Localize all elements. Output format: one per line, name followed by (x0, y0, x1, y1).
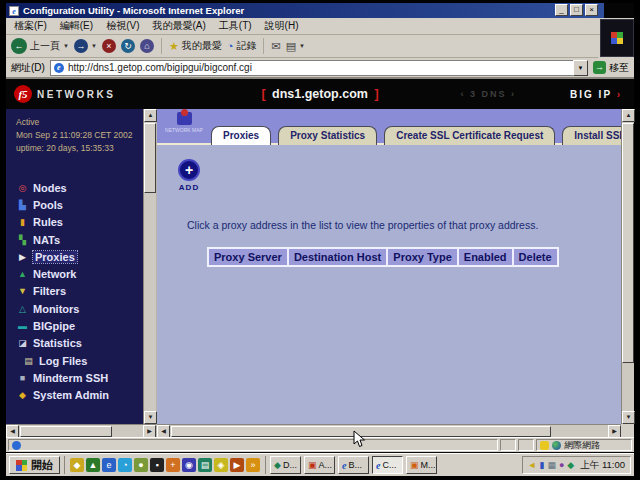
sidebar-frame: Active Mon Sep 2 11:09:28 CET 2002 uptim… (6, 109, 156, 437)
windows-flag-icon (611, 32, 623, 44)
scroll-thumb[interactable] (144, 123, 156, 193)
menu-help[interactable]: 說明(H) (265, 19, 299, 33)
quicklaunch-icon[interactable]: e (102, 458, 116, 472)
favorites-button[interactable]: ★ 我的最愛 (169, 39, 222, 53)
quicklaunch-icon[interactable]: ▶ (230, 458, 244, 472)
sidebar-item-nodes[interactable]: ◎Nodes (16, 179, 142, 196)
sidebar-item-log-files[interactable]: ▤Log Files (16, 352, 142, 369)
scroll-right-arrow[interactable]: ▶ (608, 425, 621, 438)
main-horizontal-scrollbar[interactable]: ◀ ▶ (157, 424, 621, 437)
menu-tools[interactable]: 工具(T) (219, 19, 252, 33)
sidebar-item-mindterm-ssh[interactable]: ■Mindterm SSH (16, 369, 142, 386)
sidebar-item-nats[interactable]: ▚NATs (16, 231, 142, 248)
menu-view[interactable]: 檢視(V) (106, 19, 139, 33)
quicklaunch-icon[interactable]: » (246, 458, 260, 472)
go-icon: → (593, 61, 606, 74)
scroll-up-arrow[interactable]: ▲ (144, 109, 157, 122)
quicklaunch-icon[interactable]: ◉ (182, 458, 196, 472)
tab-proxies[interactable]: Proxies (211, 126, 271, 145)
address-input[interactable]: e http://dns1.getop.com/bigipgui/bigconf… (50, 60, 587, 76)
sidebar-item-statistics[interactable]: ◪Statistics (16, 335, 142, 352)
task-button-area: ◆D... ▣A... eB... eC... ▣M... (270, 456, 518, 474)
task-button[interactable]: ◆D... (270, 456, 301, 474)
banner-product-name: BIG IP (570, 89, 612, 100)
add-proxy-button[interactable]: + ADD (169, 159, 209, 192)
task-button[interactable]: eB... (338, 456, 369, 474)
tray-volume-icon[interactable]: ◄ (528, 461, 537, 470)
quicklaunch-icon[interactable]: ▲ (86, 458, 100, 472)
address-dropdown-button[interactable]: ▼ (573, 60, 588, 76)
home-button[interactable]: ⌂ (140, 39, 154, 53)
quicklaunch-icon[interactable]: ▪ (150, 458, 164, 472)
forward-dropdown-icon[interactable]: ▼ (91, 43, 97, 49)
print-dropdown-icon[interactable]: ▼ (299, 43, 305, 49)
quicklaunch-icon[interactable]: ▤ (198, 458, 212, 472)
scroll-up-arrow[interactable]: ▲ (622, 109, 635, 122)
back-dropdown-icon[interactable]: ▼ (63, 43, 69, 49)
column-header-enabled[interactable]: Enabled (459, 249, 512, 265)
maximize-button[interactable]: □ (570, 4, 583, 16)
quicklaunch-icon[interactable]: + (166, 458, 180, 472)
quicklaunch-icon[interactable]: ◈ (214, 458, 228, 472)
scroll-thumb[interactable] (622, 123, 634, 363)
task-button-active[interactable]: eC... (372, 456, 403, 474)
quicklaunch-icon[interactable]: ◔ (118, 458, 132, 472)
print-button[interactable]: ▤ ▼ (286, 40, 305, 53)
column-header-destination-host[interactable]: Destination Host (289, 249, 386, 265)
f5-brand-text: NETWORKS (37, 89, 115, 100)
scroll-left-arrow[interactable]: ◀ (6, 425, 19, 438)
sidebar-vertical-scrollbar[interactable]: ▲ ▼ (143, 109, 156, 424)
scroll-down-arrow[interactable]: ▼ (622, 411, 635, 424)
quicklaunch-icon[interactable]: ◆ (70, 458, 84, 472)
tray-antivirus-icon[interactable]: ◆ (567, 461, 574, 470)
tray-network-icon[interactable]: ▮ (539, 461, 544, 470)
start-button[interactable]: 開始 (9, 456, 60, 474)
network-map-button[interactable]: NETWORK MAP (162, 112, 206, 133)
column-header-proxy-server[interactable]: Proxy Server (209, 249, 287, 265)
tab-create-ssl-certificate-request[interactable]: Create SSL Certificate Request (384, 126, 555, 145)
sidebar-item-proxies[interactable]: ▶Proxies (16, 248, 142, 265)
column-header-delete[interactable]: Delete (514, 249, 557, 265)
tray-scheduler-icon[interactable]: ● (559, 461, 564, 470)
task-button[interactable]: ▣A... (304, 456, 335, 474)
zone-label: 網際網路 (564, 439, 600, 452)
close-button[interactable]: × (585, 4, 598, 16)
refresh-button[interactable]: ↻ (121, 39, 135, 53)
back-button[interactable]: ← 上一頁 ▼ (11, 38, 69, 54)
tray-display-icon[interactable]: ▦ (547, 461, 556, 470)
sidebar-item-pools[interactable]: ▙Pools (16, 196, 142, 213)
scroll-thumb[interactable] (20, 426, 112, 437)
menu-favorites[interactable]: 我的最愛(A) (152, 19, 205, 33)
security-zone-pane: 網際網路 (536, 439, 632, 451)
go-button[interactable]: → 移至 (593, 61, 629, 75)
sidebar-item-monitors[interactable]: △Monitors (16, 300, 142, 317)
sidebar-item-system-admin[interactable]: ◆System Admin (16, 387, 142, 404)
print-icon: ▤ (286, 40, 296, 53)
sidebar-item-network[interactable]: ▲Network (16, 265, 142, 282)
quicklaunch-icon[interactable]: ● (134, 458, 148, 472)
minimize-button[interactable]: _ (555, 4, 568, 16)
sidebar-item-bigpipe[interactable]: ▬BIGpipe (16, 317, 142, 334)
menu-file[interactable]: 檔案(F) (14, 19, 47, 33)
column-header-proxy-type[interactable]: Proxy Type (388, 249, 457, 265)
status-message-pane (8, 439, 498, 451)
sidebar-item-filters[interactable]: ▼Filters (16, 283, 142, 300)
capture-black-corner (604, 3, 634, 18)
task-button[interactable]: ▣M... (406, 456, 437, 474)
sidebar-horizontal-scrollbar[interactable]: ◀ ▶ (6, 424, 156, 437)
menu-edit[interactable]: 編輯(E) (60, 19, 93, 33)
stop-button[interactable]: × (102, 39, 116, 53)
scroll-down-arrow[interactable]: ▼ (144, 411, 157, 424)
forward-button[interactable]: → ▼ (74, 39, 97, 53)
main-vertical-scrollbar[interactable]: ▲ ▼ (621, 109, 634, 424)
banner-hostname-wrap: [ dns1.getop.com ] (261, 87, 378, 101)
mindterm-ssh-icon: ■ (16, 373, 29, 383)
sidebar-item-rules[interactable]: ▮Rules (16, 214, 142, 231)
tab-proxy-statistics[interactable]: Proxy Statistics (278, 126, 377, 145)
system-admin-icon: ◆ (16, 390, 29, 400)
mail-button[interactable]: ✉ (271, 40, 280, 53)
scroll-right-arrow[interactable]: ▶ (143, 425, 156, 438)
history-button[interactable]: ◔ 記錄 (227, 39, 257, 53)
scroll-left-arrow[interactable]: ◀ (157, 425, 170, 438)
tab-install-ssl-certificate[interactable]: Install SSL Certifi (562, 126, 621, 145)
